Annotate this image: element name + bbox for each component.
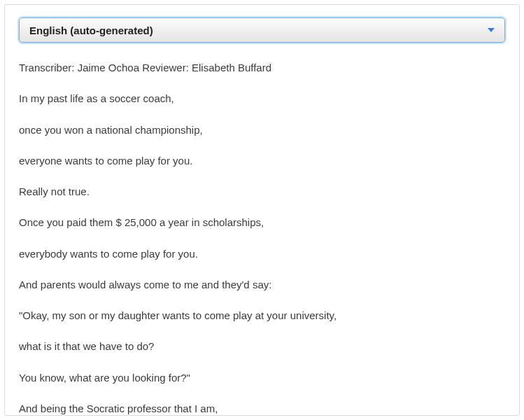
transcript-line: everyone wants to come play for you. bbox=[19, 154, 505, 168]
transcript-line: Once you paid them $ 25,000 a year in sc… bbox=[19, 216, 505, 230]
language-dropdown-label: English (auto-generated) bbox=[29, 24, 488, 36]
transcript-line: Transcriber: Jaime Ochoa Reviewer: Elisa… bbox=[19, 61, 505, 75]
transcript-line: everybody wants to come play for you. bbox=[19, 247, 505, 261]
transcript-line: "Okay, my son or my daughter wants to co… bbox=[19, 309, 505, 323]
transcript-line: And being the Socratic professor that I … bbox=[19, 402, 505, 416]
transcript-line: once you won a national championship, bbox=[19, 123, 505, 137]
transcript-line: You know, what are you looking for?" bbox=[19, 371, 505, 385]
language-dropdown[interactable]: English (auto-generated) bbox=[19, 18, 505, 43]
transcript-line: And parents would always come to me and … bbox=[19, 278, 505, 292]
chevron-down-icon bbox=[488, 28, 495, 32]
transcript-body: Transcriber: Jaime Ochoa Reviewer: Elisa… bbox=[19, 61, 505, 416]
transcript-line: Really not true. bbox=[19, 185, 505, 199]
transcript-line: what is it that we have to do? bbox=[19, 340, 505, 354]
transcript-panel: English (auto-generated) Transcriber: Ja… bbox=[4, 4, 520, 416]
transcript-line: In my past life as a soccer coach, bbox=[19, 92, 505, 106]
